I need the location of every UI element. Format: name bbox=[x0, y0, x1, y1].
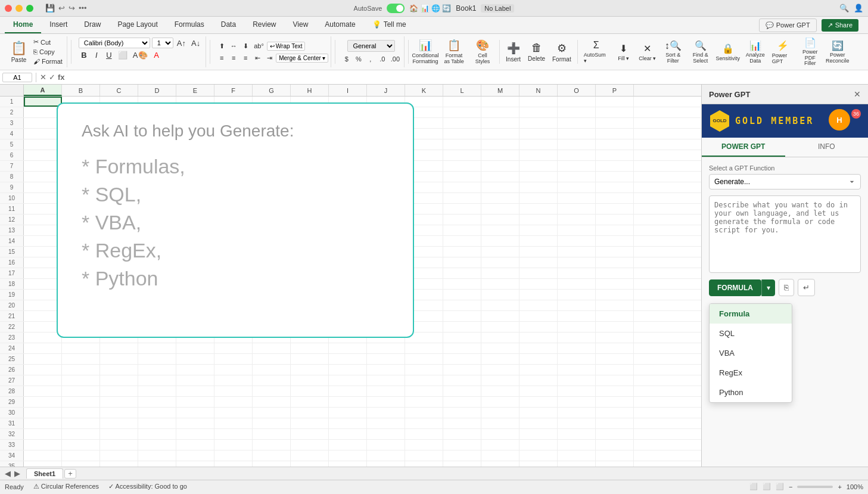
cell-D26[interactable] bbox=[138, 365, 176, 375]
col-header-i[interactable]: I bbox=[329, 85, 367, 96]
cell-P25[interactable] bbox=[596, 354, 634, 364]
cell-B30[interactable] bbox=[62, 408, 100, 418]
cell-P34[interactable] bbox=[596, 450, 634, 461]
cell-O13[interactable] bbox=[558, 225, 596, 235]
cell-N24[interactable] bbox=[519, 343, 558, 353]
cell-P6[interactable] bbox=[596, 150, 634, 160]
cell-D28[interactable] bbox=[138, 386, 176, 396]
cell-B33[interactable] bbox=[62, 440, 100, 450]
cell-reference-input[interactable] bbox=[2, 73, 32, 82]
cell-P35[interactable] bbox=[596, 461, 634, 467]
row-header-23[interactable]: 23 bbox=[0, 333, 24, 343]
format-as-table-btn[interactable]: 📋 Format as Table bbox=[441, 41, 467, 63]
cell-I32[interactable] bbox=[329, 429, 367, 439]
confirm-formula-icon[interactable]: ✓ bbox=[49, 73, 55, 82]
cell-N11[interactable] bbox=[519, 204, 558, 214]
border-btn[interactable]: ⬜ bbox=[116, 49, 129, 60]
cell-N17[interactable] bbox=[519, 268, 558, 278]
more-icon[interactable]: ••• bbox=[79, 4, 87, 13]
cell-E29[interactable] bbox=[176, 397, 214, 407]
cell-D25[interactable] bbox=[138, 354, 176, 364]
analyze-data-btn[interactable]: 📊 Analyze Data bbox=[742, 41, 769, 63]
increase-decimal-btn[interactable]: .00 bbox=[389, 54, 402, 64]
scroll-left-icon[interactable]: ◀ bbox=[5, 469, 11, 478]
undo-icon[interactable]: ↩ bbox=[58, 4, 65, 13]
tab-view[interactable]: View bbox=[285, 17, 317, 33]
cell-P2[interactable] bbox=[596, 107, 634, 117]
number-format-selector[interactable]: General bbox=[347, 40, 395, 52]
redo-icon[interactable]: ↪ bbox=[69, 4, 75, 13]
cell-P24[interactable] bbox=[596, 343, 634, 353]
row-header-35[interactable]: 35 bbox=[0, 461, 24, 467]
zoom-slider[interactable] bbox=[797, 486, 833, 488]
cell-D29[interactable] bbox=[138, 397, 176, 407]
cell-F28[interactable] bbox=[214, 386, 253, 396]
cell-P14[interactable] bbox=[596, 236, 634, 246]
cell-L7[interactable] bbox=[443, 161, 481, 171]
cell-N3[interactable] bbox=[519, 118, 558, 128]
cell-L29[interactable] bbox=[443, 397, 481, 407]
sensitivity-btn[interactable]: 🔒 Sensitivity bbox=[715, 41, 741, 63]
formula-dropdown-btn[interactable]: ▾ bbox=[761, 279, 775, 296]
cell-D30[interactable] bbox=[138, 408, 176, 418]
row-header-13[interactable]: 13 bbox=[0, 225, 24, 235]
align-left-btn[interactable]: ≡ bbox=[216, 52, 227, 63]
cell-C26[interactable] bbox=[100, 365, 138, 375]
cell-F32[interactable] bbox=[214, 429, 253, 439]
cell-P9[interactable] bbox=[596, 182, 634, 192]
cell-M26[interactable] bbox=[481, 365, 519, 375]
search-icon[interactable]: 🔍 bbox=[839, 4, 849, 13]
cell-L23[interactable] bbox=[443, 333, 481, 343]
cell-L18[interactable] bbox=[443, 279, 481, 289]
row-header-4[interactable]: 4 bbox=[0, 129, 24, 139]
cell-A25[interactable] bbox=[24, 354, 62, 364]
col-header-d[interactable]: D bbox=[138, 85, 176, 96]
row-header-6[interactable]: 6 bbox=[0, 150, 24, 160]
formula-main-btn[interactable]: FORMULA bbox=[709, 279, 761, 296]
cell-M9[interactable] bbox=[481, 182, 519, 192]
align-right-btn[interactable]: ≡ bbox=[240, 52, 251, 63]
cell-P15[interactable] bbox=[596, 247, 634, 257]
row-header-28[interactable]: 28 bbox=[0, 386, 24, 396]
insert-result-btn[interactable]: ↵ bbox=[798, 279, 815, 296]
row-header-22[interactable]: 22 bbox=[0, 322, 24, 332]
cell-H29[interactable] bbox=[291, 397, 329, 407]
cell-I27[interactable] bbox=[329, 375, 367, 386]
cell-A27[interactable] bbox=[24, 375, 62, 386]
cell-O16[interactable] bbox=[558, 257, 596, 268]
cell-O19[interactable] bbox=[558, 290, 596, 300]
cell-N1[interactable] bbox=[519, 97, 558, 107]
cell-L11[interactable] bbox=[443, 204, 481, 214]
cell-O20[interactable] bbox=[558, 300, 596, 310]
currency-btn[interactable]: $ bbox=[341, 54, 352, 64]
row-header-19[interactable]: 19 bbox=[0, 290, 24, 300]
increase-font-btn[interactable]: A↑ bbox=[175, 38, 188, 48]
cell-P8[interactable] bbox=[596, 172, 634, 182]
dropdown-item-regex[interactable]: RegEx bbox=[710, 363, 792, 383]
cell-O4[interactable] bbox=[558, 129, 596, 139]
cell-L5[interactable] bbox=[443, 139, 481, 150]
cell-L14[interactable] bbox=[443, 236, 481, 246]
cell-K26[interactable] bbox=[405, 365, 443, 375]
tab-insert[interactable]: Insert bbox=[41, 17, 76, 33]
comments-btn[interactable]: 💬 Power GPT bbox=[759, 18, 817, 32]
cell-A31[interactable] bbox=[24, 418, 62, 428]
cell-K30[interactable] bbox=[405, 408, 443, 418]
cell-O12[interactable] bbox=[558, 215, 596, 225]
cell-P21[interactable] bbox=[596, 311, 634, 321]
cell-E26[interactable] bbox=[176, 365, 214, 375]
cell-C30[interactable] bbox=[100, 408, 138, 418]
cell-O32[interactable] bbox=[558, 429, 596, 439]
cell-A24[interactable] bbox=[24, 343, 62, 353]
cell-A32[interactable] bbox=[24, 429, 62, 439]
cell-M2[interactable] bbox=[481, 107, 519, 117]
cell-A1[interactable] bbox=[24, 97, 62, 107]
cell-N25[interactable] bbox=[519, 354, 558, 364]
cell-O22[interactable] bbox=[558, 322, 596, 332]
cell-O21[interactable] bbox=[558, 311, 596, 321]
cell-F25[interactable] bbox=[214, 354, 253, 364]
tab-automate[interactable]: Automate bbox=[316, 17, 363, 33]
cell-N20[interactable] bbox=[519, 300, 558, 310]
row-header-8[interactable]: 8 bbox=[0, 172, 24, 182]
cell-L4[interactable] bbox=[443, 129, 481, 139]
